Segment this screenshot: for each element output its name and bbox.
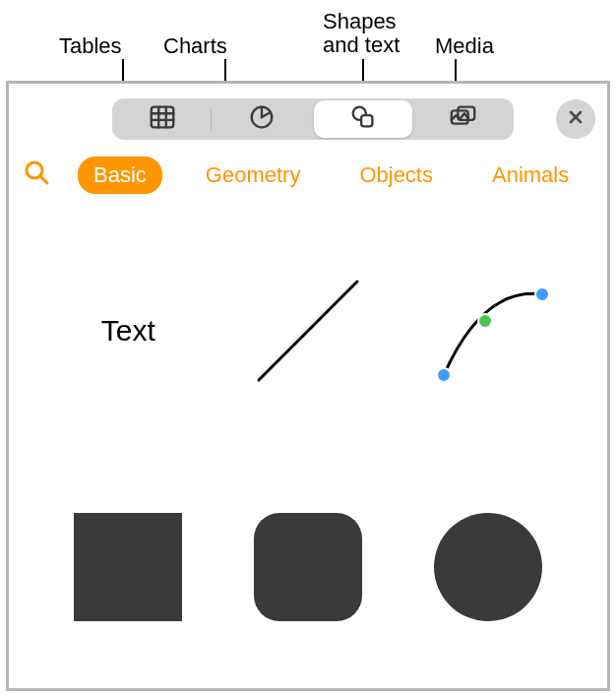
- square-icon: [74, 513, 182, 621]
- insert-popover: Basic Geometry Objects Animals Nat Text: [6, 81, 610, 691]
- callout-tables-label: Tables: [59, 33, 122, 59]
- close-icon: [568, 109, 584, 129]
- pie-icon: [247, 102, 277, 136]
- shape-grid: Text: [9, 198, 607, 641]
- tab-geometry[interactable]: Geometry: [190, 157, 317, 194]
- insert-segmented-control: [112, 98, 514, 140]
- svg-line-13: [40, 176, 47, 183]
- svg-rect-7: [361, 115, 372, 126]
- shape-rounded-square[interactable]: [234, 493, 382, 641]
- circle-icon: [434, 513, 542, 621]
- popover-toolbar: [9, 84, 607, 153]
- svg-rect-0: [151, 107, 173, 128]
- tables-button[interactable]: [112, 98, 212, 140]
- tab-basic[interactable]: Basic: [78, 157, 162, 194]
- svg-point-15: [437, 368, 451, 382]
- shape-text[interactable]: Text: [54, 257, 202, 405]
- tab-objects[interactable]: Objects: [343, 157, 449, 194]
- callout-shapes-label: Shapes and text: [323, 10, 400, 57]
- callout-charts-label: Charts: [163, 33, 227, 59]
- shape-line[interactable]: [234, 257, 382, 405]
- shape-text-label: Text: [101, 314, 155, 348]
- search-shapes-button[interactable]: [23, 158, 50, 192]
- shape-square[interactable]: [54, 493, 202, 641]
- svg-line-14: [259, 282, 357, 380]
- callout-media-label: Media: [435, 33, 494, 59]
- shape-curve[interactable]: [414, 257, 562, 405]
- rounded-square-icon: [254, 513, 362, 621]
- charts-button[interactable]: [212, 98, 311, 140]
- svg-point-17: [535, 287, 549, 301]
- svg-point-16: [478, 314, 492, 328]
- media-icon: [449, 102, 478, 136]
- tables-icon: [148, 102, 177, 136]
- search-icon: [23, 166, 50, 191]
- tab-animals[interactable]: Animals: [476, 157, 585, 194]
- shape-circle[interactable]: [414, 493, 562, 641]
- shape-icon: [348, 102, 378, 136]
- media-button[interactable]: [414, 98, 514, 140]
- close-button[interactable]: [556, 99, 595, 139]
- shapes-and-text-button[interactable]: [314, 100, 412, 138]
- shape-category-tabs: Basic Geometry Objects Animals Nat: [9, 153, 607, 198]
